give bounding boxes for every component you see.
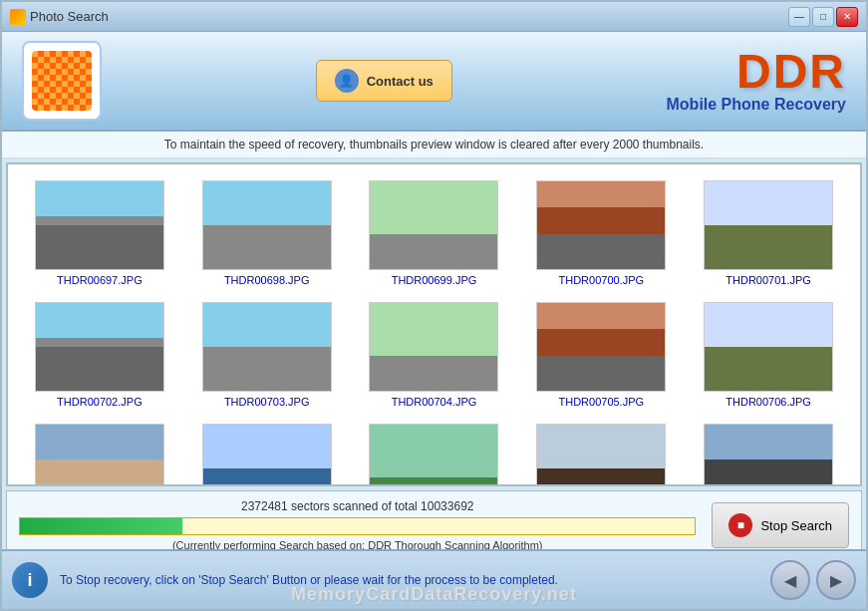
stop-search-label: Stop Search [760, 518, 832, 533]
info-bar: To maintain the speed of recovery, thumb… [2, 132, 866, 158]
thumbnail-image[interactable] [202, 180, 332, 270]
window-title: Photo Search [30, 9, 109, 24]
header-branding: DDR Mobile Phone Recovery [667, 48, 847, 114]
ddr-logo: DDR [667, 48, 847, 96]
list-item: THDR00699.JPG [351, 172, 518, 294]
app-icon [10, 9, 26, 25]
nav-buttons: ◀ ▶ [770, 560, 856, 600]
bottom-bar: i To Stop recovery, click on 'Stop Searc… [2, 549, 866, 609]
progress-info: 2372481 sectors scanned of total 1003369… [19, 499, 696, 551]
stop-icon: ■ [728, 513, 752, 537]
bottom-message: To Stop recovery, click on 'Stop Search'… [60, 573, 758, 587]
list-item: THDR00707.JPG [16, 416, 183, 484]
thumbnail-label: THDR00705.JPG [558, 396, 644, 408]
info-icon: i [12, 562, 48, 598]
list-item: THDR00702.JPG [16, 294, 183, 416]
thumbnail-image[interactable] [536, 424, 666, 484]
progress-bar-container [19, 517, 696, 535]
thumbnail-image[interactable] [35, 424, 164, 484]
prev-button[interactable]: ◀ [770, 560, 810, 600]
title-bar: Photo Search — □ ✕ [2, 2, 866, 32]
thumbnail-image[interactable] [35, 180, 164, 270]
list-item: THDR00710.JPG [517, 416, 685, 484]
list-item: THDR00708.JPG [183, 416, 351, 484]
thumbnail-image[interactable] [202, 302, 332, 392]
thumbnail-image[interactable] [369, 302, 498, 392]
thumbnail-image[interactable] [704, 302, 833, 392]
list-item: THDR00700.JPG [517, 172, 685, 294]
thumbnail-label: THDR00704.JPG [392, 396, 477, 408]
thumbnail-label: THDR00699.JPG [392, 274, 477, 286]
bottom-message-text: To Stop recovery, click on 'Stop Search'… [60, 573, 558, 587]
minimize-button[interactable]: — [788, 7, 810, 27]
thumbnail-label: THDR00697.JPG [57, 274, 143, 286]
list-item: THDR00709.JPG [351, 416, 518, 484]
thumbnail-image[interactable] [704, 180, 833, 270]
thumbnail-image[interactable] [704, 424, 833, 484]
thumbnail-image[interactable] [369, 424, 498, 484]
logo-checkerboard [32, 51, 92, 111]
thumbnails-grid[interactable]: THDR00697.JPG THDR00698.JPG THDR00699.JP… [8, 164, 860, 484]
info-message: To maintain the speed of recovery, thumb… [164, 138, 704, 152]
list-item: THDR00705.JPG [517, 294, 685, 416]
header: 👤 Contact us DDR Mobile Phone Recovery [2, 32, 866, 132]
sectors-text: 2372481 sectors scanned of total 1003369… [19, 499, 696, 513]
header-center: 👤 Contact us [122, 60, 647, 102]
thumbnails-area: THDR00697.JPG THDR00698.JPG THDR00699.JP… [6, 162, 862, 486]
maximize-button[interactable]: □ [812, 7, 834, 27]
window-controls: — □ ✕ [788, 7, 858, 27]
thumbnail-label: THDR00702.JPG [57, 396, 143, 408]
watermark: MemoryCardDataRecovery.net [2, 584, 866, 605]
title-bar-left: Photo Search [10, 9, 109, 25]
next-button[interactable]: ▶ [816, 560, 856, 600]
thumbnail-image[interactable] [536, 180, 666, 270]
thumbnail-image[interactable] [536, 302, 666, 392]
thumbnail-label: THDR00698.JPG [224, 274, 310, 286]
thumbnail-label: THDR00706.JPG [725, 396, 811, 408]
thumbnail-label: THDR00700.JPG [558, 274, 644, 286]
list-item: THDR00711.JPG [685, 416, 852, 484]
contact-label: Contact us [367, 74, 434, 89]
list-item: THDR00701.JPG [685, 172, 852, 294]
contact-button[interactable]: 👤 Contact us [316, 60, 452, 102]
stop-search-button[interactable]: ■ Stop Search [712, 502, 849, 548]
thumbnail-label: THDR00703.JPG [224, 396, 310, 408]
app-subtitle: Mobile Phone Recovery [667, 96, 847, 114]
list-item: THDR00704.JPG [351, 294, 518, 416]
list-item: THDR00698.JPG [183, 172, 351, 294]
progress-bar-fill [20, 518, 182, 534]
thumbnail-label: THDR00701.JPG [725, 274, 811, 286]
list-item: THDR00703.JPG [183, 294, 351, 416]
thumbnail-image[interactable] [35, 302, 164, 392]
close-button[interactable]: ✕ [836, 7, 858, 27]
list-item: THDR00706.JPG [685, 294, 852, 416]
contact-icon: 👤 [335, 69, 359, 93]
logo-box [22, 41, 102, 121]
list-item: THDR00697.JPG [16, 172, 183, 294]
thumbnail-image[interactable] [202, 424, 332, 484]
thumbnail-image[interactable] [369, 180, 498, 270]
